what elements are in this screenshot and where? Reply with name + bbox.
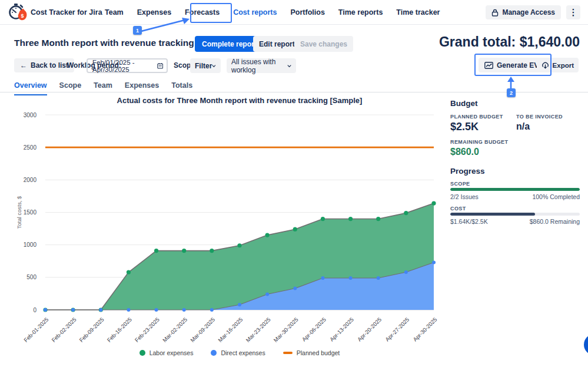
annotation-step-1-badge: 1 — [133, 26, 142, 35]
back-to-list-label: Back to list — [31, 61, 68, 70]
chevron-down-icon — [212, 64, 216, 68]
cost-spent-ratio: $1.64K/$2.5K — [450, 218, 488, 225]
labor-data-point — [182, 249, 186, 253]
nav-item-cost-reports[interactable]: Cost reports — [233, 8, 277, 16]
report-tabs: OverviewScopeTeamExpensesTotals — [14, 81, 192, 95]
direct-data-point — [182, 308, 186, 312]
x-axis-tick: Feb-16-2025 — [106, 316, 133, 343]
issues-scope-value: All issues with worklog — [231, 58, 287, 74]
nav-item-forecasts[interactable]: Forecasts — [185, 8, 220, 16]
scope-filter-value: Filter — [195, 62, 212, 70]
nav-item-time-reports[interactable]: Time reports — [338, 8, 383, 16]
labor-data-point — [321, 217, 325, 221]
nav-item-team[interactable]: Team — [105, 8, 124, 16]
to-be-invoiced-label: TO BE INVOICED — [516, 114, 563, 120]
labor-data-point — [431, 201, 436, 205]
y-axis-tick: 2500 — [24, 144, 37, 151]
issues-scope-dropdown[interactable]: All issues with worklog — [227, 58, 296, 73]
legend-item-planned-budget: Planned budget — [283, 349, 340, 356]
x-axis-tick: Apr-30-2025 — [411, 316, 438, 343]
legend-item-direct-expenses: Direct expenses — [211, 349, 265, 356]
tab-scope[interactable]: Scope — [59, 81, 82, 95]
planned-budget-dash-icon — [283, 352, 293, 354]
chart-legend: Labor expensesDirect expensesPlanned bud… — [45, 349, 434, 356]
back-arrow-icon: ← — [20, 61, 27, 70]
cost-progress-label: COST — [450, 206, 466, 211]
planned-budget-value: $2.5K — [450, 121, 479, 133]
tab-team[interactable]: Team — [94, 81, 112, 95]
nav-item-time-tracker[interactable]: Time tracker — [396, 8, 440, 16]
cost-progress-bar — [450, 213, 580, 216]
floating-action-button[interactable] — [584, 334, 588, 355]
tab-expenses[interactable]: Expenses — [125, 81, 159, 95]
labor-data-point — [265, 233, 270, 237]
scope-progress-bar — [450, 188, 580, 191]
nav-item-portfolios[interactable]: Portfolios — [291, 8, 325, 16]
y-axis-tick: 500 — [26, 274, 36, 280]
legend-label: Planned budget — [297, 349, 340, 356]
cost-progress-fill — [450, 213, 535, 216]
legend-label: Direct expenses — [221, 349, 265, 356]
labor-data-point — [127, 270, 131, 274]
y-axis-tick: 1000 — [24, 242, 37, 248]
header-divider — [0, 24, 588, 25]
lock-icon — [491, 9, 499, 16]
nav-item-expenses[interactable]: Expenses — [137, 8, 171, 16]
direct-data-point — [238, 303, 241, 306]
scope-filter-dropdown[interactable]: Filter — [190, 58, 221, 73]
y-axis-tick: 0 — [33, 307, 36, 313]
tab-totals[interactable]: Totals — [171, 81, 192, 95]
x-axis-tick: Mar-09-2025 — [189, 316, 216, 343]
x-axis-tick: Mar-30-2025 — [272, 316, 299, 343]
labor-data-point — [237, 243, 241, 247]
main-nav: TeamExpensesForecastsCost reportsPortfol… — [105, 0, 440, 24]
x-axis-tick: Mar-23-2025 — [244, 316, 271, 343]
direct-data-point — [265, 293, 269, 296]
actual-costs-chart: 050010001500200025003000Total costs, $Fe… — [0, 94, 447, 353]
x-axis-tick: Apr-06-2025 — [301, 316, 327, 343]
chevron-down-icon — [287, 64, 291, 68]
direct-data-point — [377, 276, 380, 280]
scope-progress-fill — [450, 188, 580, 191]
x-axis-tick: Feb-01-2025 — [22, 316, 49, 343]
x-axis-tick: Apr-13-2025 — [328, 316, 355, 343]
back-to-list-button[interactable]: ← Back to list — [14, 58, 74, 72]
direct-legend-dot-icon — [211, 350, 217, 356]
x-axis-tick: Apr-27-2025 — [384, 316, 410, 343]
direct-data-point — [210, 308, 214, 312]
manage-access-label: Manage Access — [502, 8, 555, 16]
legend-item-labor-expenses: Labor expenses — [139, 349, 194, 356]
tab-overview[interactable]: Overview — [14, 81, 47, 95]
direct-data-point — [71, 308, 75, 312]
export-button[interactable]: Export — [537, 58, 579, 72]
worklog-period-value: Feb/01/2025 - Apr/30/2025 — [92, 59, 157, 73]
worklog-period-input[interactable]: Feb/01/2025 - Apr/30/2025 — [87, 58, 168, 73]
manage-access-button[interactable]: Manage Access — [486, 5, 561, 19]
x-axis-tick: Mar-02-2025 — [161, 316, 188, 343]
x-axis-tick: Apr-20-2025 — [356, 316, 383, 343]
budget-section-title: Budget — [450, 99, 478, 108]
save-changes-button: Save changes — [294, 36, 353, 52]
scope-issues-count: 2/2 Issues — [450, 193, 479, 200]
direct-data-point — [404, 270, 408, 274]
cost-remaining: $860.0 Remaining — [530, 218, 580, 225]
more-options-button[interactable]: ⋮ — [566, 5, 580, 19]
svg-text:$: $ — [21, 13, 24, 19]
direct-data-point — [155, 308, 158, 312]
progress-section-title: Progress — [450, 167, 485, 176]
x-axis-tick: Feb-02-2025 — [50, 316, 77, 343]
edit-report-button[interactable]: Edit report — [253, 36, 301, 52]
cost-tracker-logo-icon: $ — [7, 3, 27, 22]
annotation-arrow-2 — [504, 77, 518, 90]
direct-data-point — [127, 308, 130, 312]
direct-data-point — [432, 260, 436, 264]
x-axis-tick: Feb-09-2025 — [78, 316, 105, 343]
export-label: Export — [553, 62, 574, 69]
scope-completed-percent: 100% Completed — [532, 193, 580, 200]
export-download-icon — [542, 61, 549, 69]
y-axis-tick: 2000 — [24, 177, 37, 183]
app-brand-name: Cost Tracker for Jira — [31, 8, 102, 16]
app-root: $ Cost Tracker for Jira TeamExpensesFore… — [0, 0, 588, 367]
y-axis-tick: 3000 — [24, 112, 37, 118]
direct-data-point — [99, 308, 102, 312]
